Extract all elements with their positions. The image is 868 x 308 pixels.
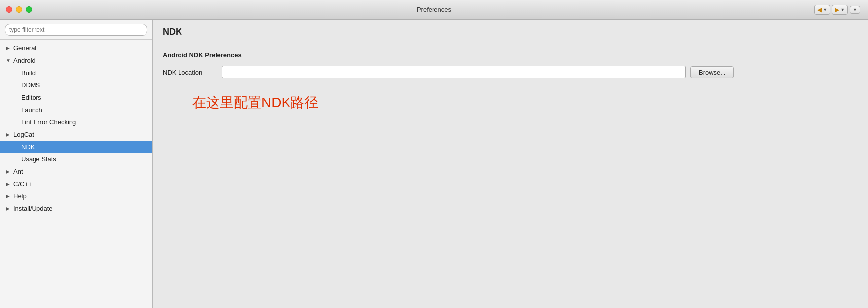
tree-arrow-icon: ▶ [6,45,12,51]
content-body: Android NDK Preferences NDK Location Bro… [153,42,868,308]
back-arrow-icon: ◀ [817,6,822,13]
tree-arrow-icon: ▶ [6,181,12,187]
sidebar-item-label: C/C++ [13,180,32,188]
sidebar: ▶General▼AndroidBuildDDMSEditorsLaunchLi… [0,20,153,308]
maximize-button[interactable] [26,6,32,13]
tree-arrow-icon: ▶ [6,193,12,199]
sidebar-item-install-update[interactable]: ▶Install/Update [0,202,152,215]
sidebar-item-label: Usage Stats [21,155,56,163]
sidebar-item-label: Build [21,69,36,77]
sidebar-item-label: Ant [13,168,23,175]
tree-arrow-icon: ▶ [6,206,12,211]
sidebar-item-cpp[interactable]: ▶C/C++ [0,178,152,190]
sidebar-item-launch[interactable]: Launch [0,104,152,116]
browse-button[interactable]: Browse... [690,66,734,78]
sidebar-item-logcat[interactable]: ▶LogCat [0,128,152,141]
tree-arrow-icon: ▼ [6,58,12,63]
minimize-button[interactable] [16,6,22,13]
sidebar-item-build[interactable]: Build [0,67,152,79]
titlebar: Preferences ◀ ▼ ▶ ▼ ▼ [0,0,868,20]
sidebar-item-label: Help [13,192,27,200]
window-title: Preferences [417,6,451,13]
search-bar [0,20,152,40]
sidebar-item-help[interactable]: ▶Help [0,190,152,202]
content-header: NDK [153,20,868,42]
sidebar-item-label: Launch [21,106,42,114]
sidebar-item-label: Lint Error Checking [21,118,76,126]
close-button[interactable] [6,6,12,13]
window-controls [6,6,32,13]
main-layout: ▶General▼AndroidBuildDDMSEditorsLaunchLi… [0,20,868,308]
sidebar-item-label: General [13,44,36,52]
sidebar-item-lint-error-checking[interactable]: Lint Error Checking [0,116,152,128]
sidebar-item-editors[interactable]: Editors [0,91,152,104]
nav-arrows: ◀ ▼ ▶ ▼ ▼ [814,5,860,15]
back-dropdown-icon: ▼ [823,7,827,12]
sidebar-item-label: Editors [21,94,41,101]
sidebar-item-label: Install/Update [13,205,53,212]
sidebar-item-general[interactable]: ▶General [0,42,152,54]
dropdown-button[interactable]: ▼ [850,6,860,14]
sidebar-item-android[interactable]: ▼Android [0,54,152,67]
forward-button[interactable]: ▶ ▼ [832,5,848,15]
ndk-location-label: NDK Location [163,69,217,76]
sidebar-item-label: LogCat [13,131,34,138]
back-button[interactable]: ◀ ▼ [814,5,830,15]
section-title: Android NDK Preferences [163,51,858,59]
sidebar-item-label: Android [13,57,36,64]
sidebar-item-ddms[interactable]: DDMS [0,79,152,91]
annotation-text: 在这里配置NDK路径 [192,93,858,112]
sidebar-item-ant[interactable]: ▶Ant [0,165,152,178]
tree-arrow-icon: ▶ [6,132,12,137]
forward-arrow-icon: ▶ [835,6,839,13]
search-input[interactable] [5,24,147,36]
content-panel: NDK Android NDK Preferences NDK Location… [153,20,868,308]
page-title: NDK [163,27,182,37]
sidebar-item-usage-stats[interactable]: Usage Stats [0,153,152,165]
tree: ▶General▼AndroidBuildDDMSEditorsLaunchLi… [0,40,152,308]
ndk-location-input[interactable] [222,66,686,78]
sidebar-item-label: NDK [21,143,35,151]
dropdown-icon: ▼ [853,7,857,12]
sidebar-item-label: DDMS [21,81,40,89]
ndk-location-row: NDK Location Browse... [163,66,858,78]
forward-dropdown-icon: ▼ [840,7,845,12]
tree-arrow-icon: ▶ [6,169,12,174]
sidebar-item-ndk[interactable]: NDK [0,141,152,153]
